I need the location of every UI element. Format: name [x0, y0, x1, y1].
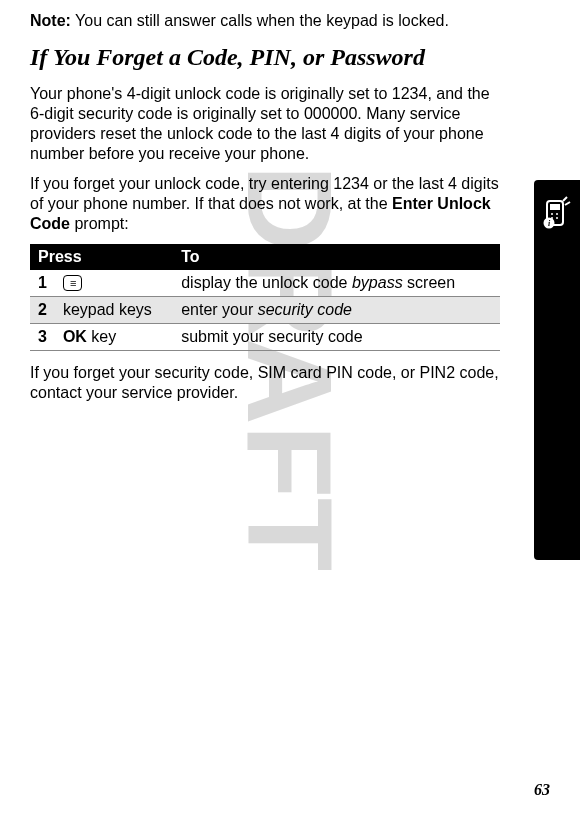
paragraph-2: If you forget your unlock code, try ente… [30, 174, 500, 234]
section-heading: If You Forget a Code, PIN, or Password [30, 44, 500, 72]
svg-point-6 [556, 217, 558, 219]
step-number: 1 [30, 270, 55, 297]
to-italic: security code [258, 301, 352, 318]
to-cell: display the unlock code bypass screen [173, 270, 500, 297]
table-row: 1 ≡ display the unlock code bypass scree… [30, 270, 500, 297]
note-text: You can still answer calls when the keyp… [71, 12, 449, 29]
press-cell: ≡ [55, 270, 173, 297]
para2-suffix: prompt: [70, 215, 129, 232]
side-tab-label: Learning to Use Your Phone [548, 270, 566, 458]
press-suffix: key [87, 328, 116, 345]
note-line: Note: You can still answer calls when th… [30, 12, 500, 30]
to-prefix: enter your [181, 301, 257, 318]
svg-point-3 [556, 213, 558, 215]
ok-key-label: OK [63, 328, 87, 345]
to-prefix: submit your security code [181, 328, 362, 345]
note-label: Note: [30, 12, 71, 29]
press-cell: keypad keys [55, 296, 173, 323]
to-suffix: screen [403, 274, 455, 291]
phone-info-icon: i [534, 190, 580, 236]
header-press: Press [30, 244, 173, 270]
press-cell: OK key [55, 323, 173, 350]
table-row: 2 keypad keys enter your security code [30, 296, 500, 323]
svg-rect-1 [550, 204, 560, 210]
table-row: 3 OK key submit your security code [30, 323, 500, 350]
page-number: 63 [534, 781, 550, 799]
step-number: 2 [30, 296, 55, 323]
svg-point-2 [551, 213, 553, 215]
step-number: 3 [30, 323, 55, 350]
paragraph-3: If you forget your security code, SIM ca… [30, 363, 500, 403]
paragraph-1: Your phone's 4-digit unlock code is orig… [30, 84, 500, 164]
to-prefix: display the unlock code [181, 274, 352, 291]
instruction-table: Press To 1 ≡ display the unlock code byp… [30, 244, 500, 351]
to-cell: submit your security code [173, 323, 500, 350]
to-cell: enter your security code [173, 296, 500, 323]
menu-key-icon: ≡ [63, 275, 82, 291]
main-content: Note: You can still answer calls when th… [30, 12, 500, 403]
svg-line-8 [565, 202, 570, 205]
header-to: To [173, 244, 500, 270]
to-italic: bypass [352, 274, 403, 291]
svg-line-7 [563, 197, 567, 201]
